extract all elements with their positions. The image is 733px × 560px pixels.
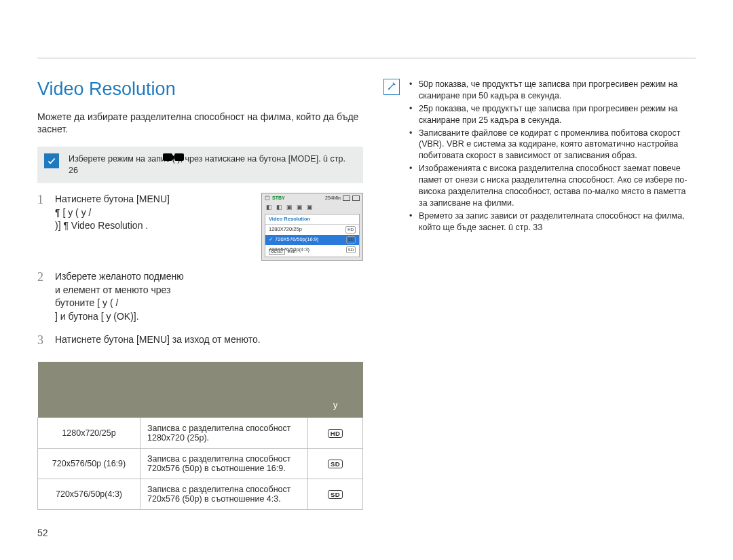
cam-menu-title: Video Resolution [265, 214, 359, 225]
step1-line3: )] ¶ Video Resolution . [55, 219, 255, 233]
time-remaining: 254Min [325, 195, 341, 202]
table-col-icon: у [308, 393, 363, 418]
step-2: Изберете желаното подменю и елемент от м… [37, 270, 363, 324]
res-name: 720x576/50p (16:9) [38, 449, 140, 479]
video-icon [163, 153, 172, 161]
checkmark-icon [44, 153, 59, 168]
mode-icon: ▣ [286, 203, 293, 212]
sd-badge: SD [346, 246, 356, 254]
table-row: 1280x720/25p Записва с разделителна спос… [38, 418, 363, 449]
note-item: Времето за запис зависи от разделителнат… [409, 210, 696, 234]
sd-badge: SD [346, 236, 356, 244]
menu-exit-label: Exit [288, 249, 296, 254]
page-number: 52 [37, 527, 48, 538]
step3-text: Натиснете бутона [MENU] за изход от меню… [55, 334, 261, 345]
page-title: Video Resolution [37, 79, 363, 100]
hd-badge: HD [328, 429, 343, 438]
step2-line3: бутоните [ у ( / [55, 297, 363, 310]
step2-line4: ] и бутона [ у (OK)]. [55, 310, 363, 324]
mode-icon: ◧ [266, 203, 272, 212]
mode-note-text: Изберете режим на запис ( ), чрез натиск… [69, 154, 345, 175]
step2-line2: и елемент от менюто чрез [55, 284, 363, 297]
res-name: 1280x720/25p [38, 418, 140, 449]
card-icon [343, 195, 350, 201]
sd-badge: SD [328, 460, 343, 468]
notes-list: 50p показва, че продуктът ще записва при… [408, 79, 696, 234]
res-desc: Записва с разделителна способност 720x57… [140, 479, 308, 510]
mode-icon: ▣ [307, 203, 313, 212]
res-desc: Записва с разделителна способност 720x57… [140, 449, 308, 479]
hd-badge: HD [345, 226, 356, 234]
mode-note-box: Изберете режим на запис ( ), чрез натиск… [37, 147, 363, 183]
memory-icon: ▢ [265, 194, 270, 202]
resolution-table: у 1280x720/25p Записва с разделителна сп… [37, 362, 363, 510]
mode-icon: ◧ [276, 203, 282, 212]
res-name: 720x576/50p(4:3) [38, 479, 140, 510]
note-item: Изображенията с висока разделителна спос… [409, 163, 696, 209]
note-icon [383, 79, 400, 95]
sd-badge: SD [328, 490, 343, 499]
note-item: 50p показва, че продуктът ще записва при… [409, 79, 696, 102]
table-header-row1 [38, 362, 363, 393]
step-1: Натиснете бутона [MENU] ¶ [ у ( у / )] ¶… [37, 193, 363, 261]
cam-option-label: 1280X720/25p [269, 226, 302, 234]
camera-icon [174, 153, 184, 161]
intro-text: Можете да избирате разделителна способно… [37, 111, 363, 136]
status-stby: STBY [272, 195, 285, 202]
note-item: 25p показва, че продуктът ще записва при… [409, 103, 696, 126]
table-row: 720x576/50p (16:9) Записва с разделителн… [38, 449, 363, 479]
table-col-name [38, 393, 140, 418]
step1-line1: Натиснете бутона [MENU] [55, 193, 255, 206]
cam-option-row-selected[interactable]: ✓ 720X576/50p(16:9) SD [265, 235, 359, 245]
step1-line2: ¶ [ у ( у / [55, 206, 255, 220]
step-3: Натиснете бутона [MENU] за изход от меню… [37, 333, 363, 347]
cam-option-row[interactable]: 1280X720/25p HD [265, 225, 359, 235]
res-desc: Записва с разделителна способност 1280x7… [140, 418, 308, 449]
menu-exit-button[interactable]: MENU [269, 249, 285, 255]
camera-screenshot: ▢ STBY 254Min ◧ [261, 193, 363, 261]
table-col-desc [140, 393, 308, 418]
step2-line1: Изберете желаното подменю [55, 270, 363, 284]
battery-icon [352, 195, 360, 201]
mode-icon: ▣ [297, 203, 303, 212]
table-row: 720x576/50p(4:3) Записва с разделителна … [38, 479, 363, 510]
header-rule [37, 58, 696, 58]
steps-list: Натиснете бутона [MENU] ¶ [ у ( у / )] ¶… [37, 193, 363, 347]
cam-option-label: 720X576/50p(16:9) [275, 236, 318, 242]
note-item: Записваните файлове се кодират с променл… [409, 128, 696, 162]
